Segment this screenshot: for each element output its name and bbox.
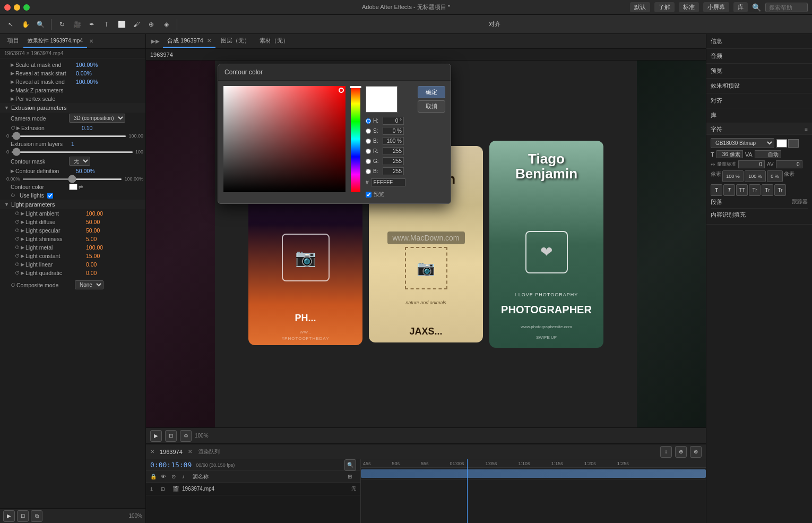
preview-checkbox[interactable]	[366, 192, 372, 198]
light-shininess-value[interactable]: 5.00	[86, 236, 97, 242]
contour-def-slider[interactable]	[22, 178, 123, 180]
confirm-btn[interactable]: 确定	[418, 86, 445, 98]
r-radio[interactable]	[366, 149, 371, 154]
char-menu[interactable]: ≡	[805, 126, 808, 132]
s-radio[interactable]	[366, 128, 371, 134]
rotate-btn[interactable]: 0 %	[767, 170, 783, 182]
timeline-tab-close[interactable]: ✕	[188, 449, 192, 455]
section-info[interactable]: 信息	[706, 34, 812, 49]
play-btn[interactable]: ▶	[150, 430, 162, 442]
current-time[interactable]: 0:00:15:09	[150, 461, 192, 469]
mode-small-screen[interactable]: 小屏幕	[703, 2, 729, 12]
track-name[interactable]: 1963974.mp4	[182, 486, 214, 492]
search-timeline[interactable]: 🔍	[344, 459, 356, 471]
render-queue-btn[interactable]: ⊡	[165, 430, 177, 442]
tab-composition[interactable]: 合成 1963974 ✕	[163, 35, 215, 48]
light-diffuse-value[interactable]: 50.00	[86, 219, 100, 225]
reveal-mask-start-value[interactable]: 0.00%	[76, 70, 92, 76]
paint-tool[interactable]: 🖌	[130, 18, 143, 31]
b2-radio[interactable]	[366, 169, 371, 174]
font-size-input[interactable]	[716, 150, 743, 158]
tab-close[interactable]: ✕	[89, 38, 93, 44]
timeline-btn-2[interactable]: ⊕	[675, 446, 687, 458]
mode-standard[interactable]: 标准	[679, 2, 699, 12]
preview-btn-1[interactable]: ⊡	[17, 510, 29, 522]
g-input[interactable]	[383, 157, 404, 165]
light-linear-value[interactable]: 0.00	[86, 261, 97, 268]
select-tool[interactable]: ↖	[4, 18, 17, 31]
preview-btn-2[interactable]: ⧉	[31, 510, 42, 522]
pen-tool[interactable]: ✒	[85, 18, 98, 31]
mode-learn[interactable]: 了解	[654, 2, 675, 12]
section-preview[interactable]: 预览	[706, 64, 812, 79]
contour-def-value[interactable]: 50.00%	[76, 168, 95, 174]
tab-effects[interactable]: 效果控件 1963974.mp4	[23, 35, 87, 48]
section-light-params[interactable]: ▼ Light parameters	[0, 200, 145, 209]
section-library[interactable]: 库	[706, 108, 812, 123]
light-specular-value[interactable]: 50.00	[86, 227, 100, 234]
light-quadratic-value[interactable]: 0.00	[86, 270, 97, 276]
g-radio[interactable]	[366, 159, 371, 164]
mode-default[interactable]: 默认	[630, 2, 650, 12]
contour-color-swatch[interactable]	[69, 184, 77, 190]
extrusion-value[interactable]: 0.10	[82, 125, 92, 131]
timeline-close[interactable]: ✕	[150, 449, 154, 455]
sub-btn[interactable]: Tr	[774, 184, 786, 196]
section-extrusion[interactable]: ▼ Extrusion parameters	[0, 103, 145, 113]
caps-btn[interactable]: TT	[736, 184, 748, 196]
contour-color-arrows[interactable]: ⇌	[79, 184, 83, 190]
close-button[interactable]	[4, 4, 11, 11]
section-effects-presets[interactable]: 效果和预设	[706, 79, 812, 93]
puppet-tool[interactable]: ◈	[160, 18, 172, 31]
timeline-btn-1[interactable]: ↕	[660, 446, 672, 458]
font-bg-swatch[interactable]	[788, 139, 799, 148]
track-switch[interactable]: ⊡	[161, 486, 168, 492]
tab-layer[interactable]: 图层（无）	[217, 35, 254, 48]
small-caps-btn[interactable]: Tr	[749, 184, 761, 196]
use-lights-checkbox[interactable]	[47, 193, 53, 199]
clone-tool[interactable]: ⊕	[145, 18, 158, 31]
rotate-tool[interactable]: ↻	[56, 18, 68, 31]
shape-tool[interactable]: ⬜	[115, 18, 128, 31]
camera-tool[interactable]: 🎥	[71, 18, 83, 31]
r-input[interactable]	[383, 147, 404, 155]
extrusion-num-value[interactable]: 1	[71, 141, 74, 147]
scale-mask-end-value[interactable]: 100.00%	[76, 62, 98, 68]
reveal-mask-end-value[interactable]: 100.00%	[76, 79, 98, 85]
kern-input[interactable]	[776, 160, 802, 168]
section-audio[interactable]: 音频	[706, 49, 812, 64]
timeline-btn-3[interactable]: ⊗	[690, 446, 702, 458]
cancel-btn[interactable]: 取消	[418, 100, 445, 113]
search-icon[interactable]: 🔍	[752, 3, 761, 12]
leading-input[interactable]	[755, 150, 781, 158]
zoom-tool[interactable]: 🔍	[34, 18, 47, 31]
color-spectrum[interactable]	[351, 86, 360, 192]
settings-btn[interactable]: ⚙	[180, 430, 192, 442]
font-select[interactable]: GB18030 Bitmap	[711, 138, 774, 148]
b-input[interactable]	[383, 137, 404, 145]
light-ambient-value[interactable]: 100.00	[86, 210, 103, 217]
render-btn[interactable]: ▶	[3, 510, 15, 522]
scale-v-btn[interactable]: 100 %	[745, 170, 766, 182]
color-gradient-picker[interactable]	[223, 86, 345, 192]
comp-tab-close[interactable]: ✕	[207, 38, 211, 44]
mode-library[interactable]: 库	[733, 2, 748, 12]
scale-h-btn[interactable]: 100 %	[722, 170, 744, 182]
hex-input[interactable]	[371, 178, 405, 186]
h-input[interactable]	[383, 117, 404, 125]
tab-material[interactable]: 素材（无）	[255, 35, 293, 48]
h-radio[interactable]	[366, 118, 371, 124]
light-metal-value[interactable]: 100.00	[86, 244, 103, 251]
light-constant-value[interactable]: 15.00	[86, 253, 100, 259]
text-tool[interactable]: T	[100, 18, 113, 31]
search-input[interactable]	[765, 3, 808, 12]
extrusion-num-slider[interactable]	[11, 151, 133, 153]
contour-mask-select[interactable]: 无	[69, 157, 90, 166]
minimize-button[interactable]	[14, 4, 20, 11]
bold-btn[interactable]: T	[711, 184, 722, 196]
b2-input[interactable]	[383, 167, 404, 175]
composite-mode-select[interactable]: None	[75, 280, 103, 289]
font-color-swatch[interactable]	[776, 139, 787, 148]
s-input[interactable]	[383, 127, 404, 135]
hand-tool[interactable]: ✋	[19, 18, 32, 31]
